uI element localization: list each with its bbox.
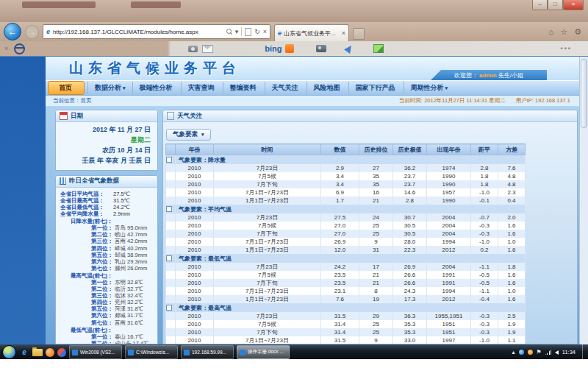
group-header-row[interactable]: 气象要素：平均气温 bbox=[166, 205, 526, 213]
refresh-icon[interactable]: ↻ bbox=[254, 28, 260, 35]
taskbar-window-button[interactable]: 192.168.59.99... bbox=[181, 345, 234, 359]
table-row[interactable]: 2010 7月5候 3.4 35 23.7 1990 1.8 4.8 bbox=[166, 172, 526, 180]
tray-expand-icon[interactable]: ▴ bbox=[512, 349, 515, 355]
table-row[interactable]: 2010 7月23日 2.9 27 36.2 1974 2.8 7.6 bbox=[166, 164, 526, 172]
search-icon[interactable] bbox=[226, 29, 232, 35]
table-row[interactable]: 2010 7月5候 31.4 25 35.3 1951 -0.3 1.9 bbox=[166, 320, 526, 328]
vertical-scrollbar[interactable] bbox=[579, 57, 588, 344]
favorites-star-icon[interactable]: ☆ bbox=[560, 27, 567, 37]
address-bar[interactable]: e http://192.168.137.1/GLCCLIMATE/module… bbox=[43, 24, 270, 39]
ranking-row: 第五位： 菏泽 31.8℃ bbox=[60, 305, 156, 312]
tab-close-icon[interactable]: × bbox=[342, 29, 345, 37]
start-button[interactable] bbox=[2, 345, 16, 359]
group-checkbox[interactable] bbox=[166, 305, 172, 311]
brush-icon[interactable] bbox=[345, 43, 355, 54]
table-row[interactable]: 2010 7月23日 31.5 29 36.3 1955,1951 -0.3 2… bbox=[166, 312, 526, 320]
nav-item[interactable]: 极端性分析 bbox=[132, 82, 181, 94]
cell-anomaly: 0.2 bbox=[471, 246, 498, 254]
browser-tab[interactable]: e 山东省气候业务平... × bbox=[274, 24, 349, 41]
rank-value: 乳山 29.3mm bbox=[115, 258, 147, 265]
table-row[interactable]: 2010 1月1日~7月23日 1.7 21 2.8 1990 -0.1 0.4 bbox=[166, 197, 526, 205]
table-row[interactable]: 2010 7月5候 23.5 21 26.6 1991 -0.5 1.6 bbox=[166, 271, 526, 279]
group-checkbox[interactable] bbox=[166, 157, 172, 163]
nav-item[interactable]: 数据分析 ▾ bbox=[87, 82, 132, 94]
taskbar-window-button[interactable]: 操作手册.docx ... bbox=[237, 345, 290, 359]
element-filter-button[interactable]: 气象要素 ▾ bbox=[166, 129, 211, 141]
url-text[interactable]: http://192.168.137.1/GLCCLIMATE/modules/… bbox=[53, 29, 223, 35]
table-row[interactable]: 2010 7月下旬 27.0 25 30.5 2004 -0.3 1.6 bbox=[166, 230, 526, 238]
cell-extreme: 33.0 bbox=[393, 336, 427, 344]
nav-item[interactable]: 国家下行产品 bbox=[348, 82, 404, 94]
table-row[interactable]: 2010 7月1日~7月23日 26.9 9 28.0 1994 -1.0 1.… bbox=[166, 238, 526, 246]
bing-logo[interactable]: bing bbox=[265, 44, 282, 53]
browser-forward-button[interactable]: → bbox=[25, 25, 39, 39]
compatibility-page-icon[interactable] bbox=[245, 28, 251, 36]
table-row[interactable]: 2010 7月下旬 3.4 35 23.7 1990 1.8 4.8 bbox=[166, 180, 526, 188]
cell-variance: 2.3 bbox=[498, 188, 526, 197]
clock[interactable]: 11:34 bbox=[562, 349, 576, 355]
orange-app-icon[interactable] bbox=[285, 44, 294, 53]
new-tab-button[interactable] bbox=[353, 28, 365, 40]
group-header-row[interactable]: 气象要素：最高气温 bbox=[166, 303, 526, 312]
stop-icon[interactable]: × bbox=[263, 28, 267, 35]
table-row[interactable]: 2010 7月下旬 23.5 21 26.6 1991 -0.5 1.6 bbox=[166, 279, 526, 287]
toolbar-overflow-icon[interactable]: ••• bbox=[561, 45, 584, 52]
toolbar-close-icon[interactable]: × bbox=[4, 45, 8, 52]
cell-extreme-year: 1990 bbox=[427, 180, 471, 188]
table-row[interactable]: 2010 7月23日 27.5 24 30.7 2004 -0.7 2.0 bbox=[166, 213, 526, 222]
close-button[interactable]: × bbox=[563, 0, 584, 10]
taskbar-window-button[interactable]: C:\Windows\s... bbox=[125, 345, 178, 359]
group-checkbox[interactable] bbox=[166, 255, 172, 261]
taskbar-window-button[interactable]: Win2008 (VS2... bbox=[69, 345, 122, 359]
nav-item[interactable]: 风险地图 bbox=[306, 82, 348, 94]
maximize-button[interactable]: □ bbox=[548, 0, 563, 10]
window-app-icon bbox=[240, 350, 245, 355]
group-header-row[interactable]: 气象要素：降水量 bbox=[166, 155, 526, 165]
explorer-taskbar-icon[interactable] bbox=[32, 349, 43, 356]
blocked-circle-icon[interactable] bbox=[14, 43, 25, 54]
table-row[interactable]: 2010 7月5候 27.0 25 30.5 2004 -0.3 1.6 bbox=[166, 222, 526, 230]
picture-icon[interactable] bbox=[373, 44, 384, 53]
group-checkbox[interactable] bbox=[166, 206, 172, 212]
tray-orange-app-icon[interactable] bbox=[528, 350, 533, 355]
ie-taskbar-icon[interactable]: e bbox=[19, 348, 29, 357]
table-row[interactable]: 2010 7月1日~7月23日 31.5 9 33.0 1997 -1.0 1.… bbox=[166, 336, 526, 344]
table-row[interactable]: 2010 7月23日 24.2 17 26.9 2004 -1.1 1.8 bbox=[166, 263, 526, 271]
nav-item[interactable]: 首页 bbox=[48, 81, 85, 95]
table-row[interactable]: 2010 1月1日~7月23日 7.6 19 17.3 2012 -0.4 1.… bbox=[166, 295, 526, 303]
camera-icon[interactable] bbox=[188, 46, 198, 52]
cell-year: 2010 bbox=[176, 328, 214, 336]
cell-rank: 9 bbox=[359, 336, 393, 344]
cell-variance: 1.6 bbox=[498, 246, 526, 254]
nav-item-label: 首页 bbox=[59, 83, 72, 93]
nav-item[interactable]: 灾害查询 bbox=[181, 82, 223, 94]
media-app-taskbar-icon[interactable] bbox=[57, 348, 66, 357]
nav-item[interactable]: 天气关注 bbox=[265, 82, 306, 94]
home-icon[interactable]: ⌂ bbox=[549, 27, 554, 37]
envelope-icon[interactable] bbox=[202, 45, 213, 53]
speaker-icon[interactable] bbox=[555, 350, 559, 355]
group-header-row[interactable]: 气象要素：最低气温 bbox=[166, 254, 526, 263]
cell-time: 7月23日 bbox=[214, 164, 321, 172]
nav-item[interactable]: 整编资料 bbox=[223, 82, 265, 94]
nav-item[interactable]: 周期性分析 ▾ bbox=[404, 82, 455, 94]
screenshot-icon[interactable] bbox=[316, 45, 326, 52]
minimize-button[interactable]: – bbox=[532, 0, 548, 10]
settings-gear-icon[interactable]: ⚙ bbox=[574, 27, 581, 37]
table-row[interactable]: 2010 7月下旬 31.4 25 35.3 1951 -0.3 1.9 bbox=[166, 328, 526, 336]
cell-year: 2010 bbox=[176, 336, 214, 344]
tray-blue-app-icon[interactable] bbox=[519, 350, 524, 355]
action-center-flag-icon[interactable]: ⚑ bbox=[537, 349, 542, 355]
nav-item-label: 天气关注 bbox=[272, 83, 298, 93]
network-icon[interactable] bbox=[545, 350, 551, 355]
cell-variance: 1.9 bbox=[498, 320, 526, 328]
scrollbar-thumb[interactable] bbox=[581, 59, 587, 128]
table-row[interactable]: 2010 7月1日~7月23日 23.1 8 24.3 1994 -1.1 1.… bbox=[166, 287, 526, 295]
cell-value: 2.9 bbox=[321, 164, 359, 172]
chevron-down-icon[interactable]: ▾ bbox=[235, 28, 239, 35]
show-desktop-button[interactable] bbox=[582, 344, 586, 359]
browser-back-button[interactable]: ← bbox=[4, 23, 21, 40]
table-row[interactable]: 2010 7月1日~7月23日 6.9 16 14.6 1957 -1.0 2.… bbox=[166, 188, 526, 197]
orange-app-taskbar-icon[interactable] bbox=[46, 348, 54, 357]
table-row[interactable]: 2010 1月1日~7月23日 12.0 31 22.3 2012 0.2 1.… bbox=[166, 246, 526, 254]
